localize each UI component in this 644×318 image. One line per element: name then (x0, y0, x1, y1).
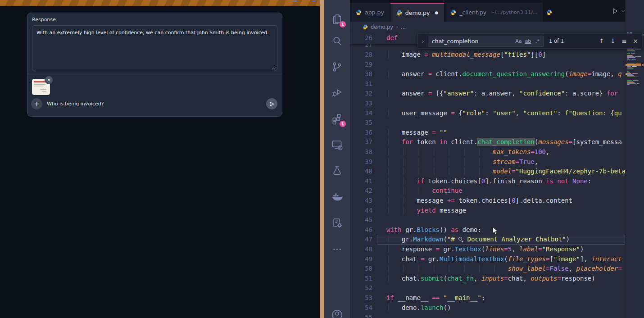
code-token: ( (535, 138, 538, 145)
tab-demo-py[interactable]: demo.py ● (390, 3, 444, 22)
python-icon (546, 9, 552, 15)
tab-overflow-sliver[interactable] (544, 3, 554, 22)
code-line-49[interactable]: 49│ chat = gr.MultimodalTextbox(file_typ… (350, 254, 625, 264)
find-close-icon[interactable]: × (631, 37, 640, 45)
code-line-35[interactable]: 35 (350, 118, 625, 128)
code-token: message (436, 207, 466, 214)
code-line-32[interactable]: 32│ answer = [{"answer": a.answer, "conf… (350, 89, 625, 99)
run-file-icon[interactable] (611, 7, 619, 15)
settings-sync-file-icon[interactable] (331, 217, 343, 229)
code-token: ( (481, 245, 485, 253)
source-control-icon[interactable] (331, 61, 343, 73)
code-line-40[interactable]: 40│ │ │ │ │ │ │ model="HuggingFaceH4/zep… (350, 167, 625, 177)
code-line-44[interactable]: 44│ │ yield message (350, 206, 625, 216)
code-token: "user" (493, 109, 516, 117)
modified-dot-icon[interactable]: ● (435, 10, 438, 15)
close-icon: × (47, 77, 51, 83)
code-token: = (557, 275, 561, 282)
code-line-47[interactable]: 47│ gr.Markdown("# Document Analyzer Cha… (350, 235, 625, 245)
code-line-31[interactable]: 31 (350, 79, 625, 89)
code-line-30[interactable]: 30│ answer = client.document_question_an… (350, 69, 625, 79)
code-line-55[interactable]: 55 (350, 313, 625, 318)
code-line-42[interactable]: 42│ │ │ continue (350, 186, 625, 196)
code-token: 5 (508, 245, 512, 253)
remove-attachment-button[interactable]: × (45, 76, 53, 84)
code-token: = (451, 109, 454, 117)
find-in-selection-icon[interactable]: ≡ (620, 37, 629, 45)
code-token: inputs (481, 275, 504, 282)
code-token: if (386, 294, 394, 301)
code-line-48[interactable]: 48│ response = gr.Textbox(lines=5, label… (350, 245, 625, 254)
more-views-icon[interactable] (331, 243, 343, 255)
line-number: 38 (350, 147, 372, 157)
attachment-thumbnail[interactable]: × (32, 79, 50, 95)
code-line-38[interactable]: 38│ │ │ │ │ │ │ max_tokens=100, (350, 147, 625, 157)
code-line-39[interactable]: 39│ │ │ │ │ │ │ stream=True, (350, 157, 625, 167)
chat-input-row: + Who is being invoiced? (31, 98, 277, 110)
gradio-form-card: Response With an extremely high level of… (27, 13, 282, 117)
code-line-36[interactable]: 36│ message = "" (350, 128, 625, 138)
breadcrumb-more[interactable]: ... (401, 24, 406, 30)
find-query[interactable]: chat_completion (432, 38, 514, 45)
account-icon[interactable] (331, 309, 343, 318)
code-token: │ (386, 138, 402, 145)
code-line-54[interactable]: 54│ demo.launch() (350, 303, 625, 313)
line-number: 54 (350, 303, 372, 313)
remote-explorer-icon[interactable] (331, 139, 343, 151)
line-number: 43 (350, 196, 372, 206)
code-line-34[interactable]: 34│ user_message = {"role": "user", "con… (350, 109, 625, 118)
code-line-33[interactable]: 33 (350, 99, 625, 109)
run-debug-icon[interactable] (331, 86, 343, 99)
docker-icon[interactable] (331, 191, 343, 203)
regex-toggle[interactable]: .* (533, 37, 542, 45)
extensions-icon[interactable]: 1 (331, 113, 343, 125)
match-case-toggle[interactable]: Aa (514, 37, 523, 45)
send-button[interactable] (266, 98, 277, 109)
response-textbox[interactable]: With an extremely high level of confiden… (32, 25, 277, 71)
code-line-43[interactable]: 43│ │ message += token.choices[0].delta.… (350, 196, 625, 206)
whole-word-toggle[interactable]: ab (523, 37, 533, 45)
code-line-37[interactable]: 37│ for token in client.chat_completion(… (350, 137, 625, 147)
code-token: [ (550, 255, 553, 263)
code-line-46[interactable]: 46with gr.Blocks() as demo: (350, 225, 625, 235)
code-token: gr. (440, 245, 455, 253)
code-line-45[interactable]: 45 (350, 215, 625, 225)
code-token: f"Question: {qu (565, 109, 621, 117)
code-line-51[interactable]: 51│ chat.submit(chat_fn, inputs=chat, ou… (350, 274, 625, 284)
find-expand-chevron-icon[interactable]: › (420, 38, 426, 45)
code-token: is (546, 177, 553, 185)
tab-label: app.py (365, 9, 384, 16)
code-line-29[interactable]: 29 (350, 60, 625, 70)
find-input[interactable]: chat_completion Aa ab .* (428, 36, 544, 47)
add-file-button[interactable]: + (31, 98, 42, 109)
tab-client-py[interactable]: _client.py ~/.../python3.11/... (444, 3, 544, 22)
code-line-53[interactable]: 53if __name__ == "__main__": (350, 293, 625, 303)
find-next-icon[interactable]: ↓ (608, 37, 617, 45)
chat-input[interactable]: Who is being invoiced? (47, 101, 104, 107)
search-icon[interactable] (331, 35, 343, 47)
explorer-icon[interactable]: 1 (331, 13, 343, 25)
line-number: 33 (350, 99, 372, 109)
code-token: False (549, 265, 568, 272)
ruler-match-tick (642, 64, 644, 66)
plus-icon: + (34, 100, 40, 108)
find-previous-icon[interactable]: ↑ (597, 37, 606, 45)
code-token: = (569, 138, 572, 145)
code-line-50[interactable]: 50│ │ │ │ │ │ │ │ show_label=False, plac… (350, 264, 625, 274)
resize-handle-icon[interactable] (272, 65, 276, 70)
code-token: [{ (432, 90, 443, 97)
testing-beaker-icon[interactable] (331, 164, 343, 177)
code-token: token (413, 138, 440, 145)
code-token: for (607, 90, 618, 97)
code-token: , (512, 245, 519, 253)
tab-app-py[interactable]: app.py (350, 3, 390, 22)
code-token: image (569, 70, 588, 77)
code-line-41[interactable]: 41│ │ if token.choices[0].finish_reason … (350, 177, 625, 186)
minimap-line (627, 68, 634, 69)
breadcrumb-file[interactable]: demo.py (371, 24, 393, 30)
code-line-28[interactable]: 28│ image = multimodal_message["files"][… (350, 50, 625, 60)
code-token: "answer" (443, 90, 473, 97)
code-line-52[interactable]: 52 (350, 283, 625, 293)
line-number: 53 (350, 293, 372, 303)
code-token: chat_completion (477, 138, 534, 145)
